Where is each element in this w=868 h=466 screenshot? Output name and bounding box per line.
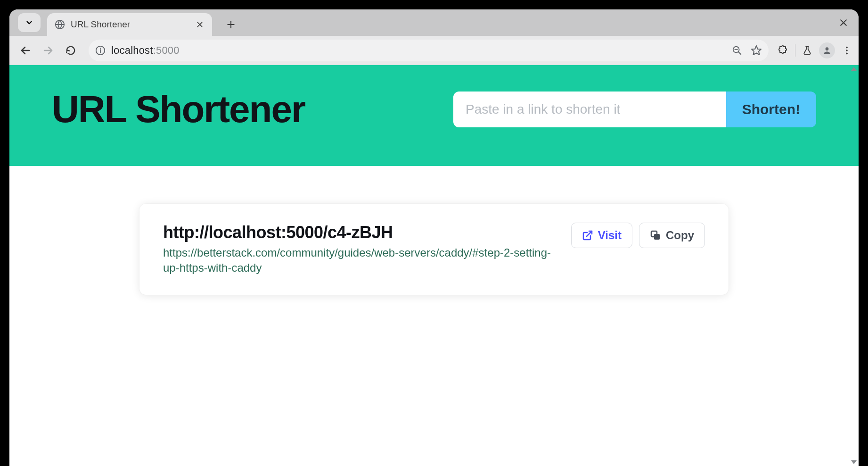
svg-marker-16 (752, 46, 761, 55)
plus-icon (226, 20, 236, 29)
search-tabs-button[interactable] (18, 13, 41, 32)
original-url: https://betterstack.com/community/guides… (163, 245, 557, 276)
copy-icon (650, 230, 661, 241)
hero-section: URL Shortener Shorten! (9, 65, 859, 166)
extensions-button[interactable] (777, 45, 788, 56)
page-title: URL Shortener (52, 91, 305, 128)
labs-button[interactable] (802, 45, 812, 56)
toolbar: localhost:5000 (9, 36, 859, 65)
page-scroll[interactable]: URL Shortener Shorten! http://localhost:… (9, 65, 859, 466)
arrow-right-icon (42, 45, 54, 56)
url-rest: :5000 (153, 44, 180, 56)
page-viewport: URL Shortener Shorten! http://localhost:… (9, 65, 859, 466)
address-bar[interactable]: localhost:5000 (89, 40, 769, 61)
url-text: localhost:5000 (111, 44, 726, 57)
svg-point-18 (846, 46, 848, 48)
zoom-button[interactable] (732, 45, 742, 56)
url-host: localhost (111, 44, 153, 56)
tab-strip: URL Shortener (9, 9, 859, 36)
url-input[interactable] (453, 92, 726, 127)
zoom-out-icon (732, 45, 742, 56)
nav-forward-button[interactable] (39, 41, 57, 60)
svg-point-20 (846, 52, 848, 54)
nav-back-button[interactable] (16, 41, 35, 60)
globe-icon (55, 19, 65, 30)
results-section: http://localhost:5000/c4-zBJH https://be… (9, 166, 859, 333)
tab-title: URL Shortener (71, 19, 189, 30)
puzzle-icon (777, 45, 788, 56)
new-tab-button[interactable] (221, 15, 240, 34)
arrow-left-icon (20, 45, 31, 56)
svg-line-21 (587, 231, 592, 236)
svg-point-19 (846, 50, 848, 51)
scroll-up-icon (851, 67, 857, 71)
bookmark-button[interactable] (751, 45, 762, 56)
info-icon (95, 45, 106, 56)
site-info-button[interactable] (95, 45, 106, 56)
kebab-icon (842, 45, 852, 56)
svg-point-17 (826, 47, 829, 50)
shorten-button[interactable]: Shorten! (726, 92, 816, 127)
toolbar-divider (795, 44, 795, 57)
external-link-icon (582, 230, 593, 241)
shorten-form: Shorten! (453, 92, 816, 127)
copy-button[interactable]: Copy (639, 223, 705, 248)
profile-button[interactable] (819, 42, 835, 58)
short-url: http://localhost:5000/c4-zBJH (163, 223, 557, 242)
browser-window: URL Shortener (9, 9, 859, 466)
browser-tab[interactable]: URL Shortener (47, 13, 212, 36)
vertical-scrollbar[interactable] (850, 67, 858, 464)
copy-button-label: Copy (666, 229, 694, 242)
user-icon (822, 46, 832, 55)
scroll-down-icon (851, 460, 857, 464)
svg-line-14 (738, 51, 741, 54)
close-icon (839, 18, 848, 27)
tab-close-button[interactable] (195, 20, 205, 29)
result-card: http://localhost:5000/c4-zBJH https://be… (139, 204, 729, 295)
visit-button[interactable]: Visit (571, 223, 632, 248)
menu-button[interactable] (842, 45, 852, 56)
close-icon (196, 21, 204, 28)
window-close-button[interactable] (837, 16, 850, 29)
flask-icon (802, 45, 812, 56)
star-icon (751, 45, 762, 56)
reload-icon (66, 45, 76, 56)
visit-button-label: Visit (598, 229, 622, 242)
reload-button[interactable] (61, 41, 80, 60)
svg-point-12 (100, 48, 101, 49)
chevron-down-icon (25, 18, 33, 27)
